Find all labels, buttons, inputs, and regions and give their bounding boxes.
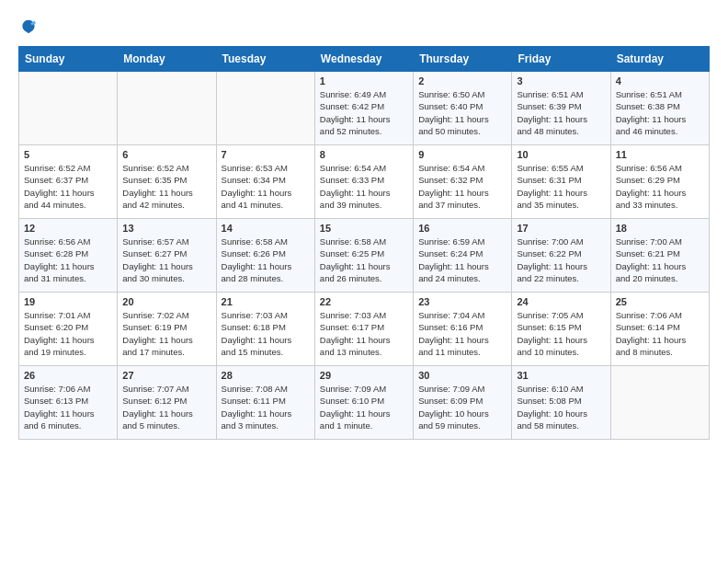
day-info: Sunrise: 7:06 AM Sunset: 6:14 PM Dayligh… xyxy=(616,309,704,358)
calendar-cell: 1Sunrise: 6:49 AM Sunset: 6:42 PM Daylig… xyxy=(314,72,413,145)
day-info: Sunrise: 6:58 AM Sunset: 6:26 PM Dayligh… xyxy=(222,236,310,284)
day-info: Sunrise: 6:55 AM Sunset: 6:31 PM Dayligh… xyxy=(517,162,605,211)
calendar-table: SundayMondayTuesdayWednesdayThursdayFrid… xyxy=(18,46,710,440)
calendar-cell: 26Sunrise: 7:06 AM Sunset: 6:13 PM Dayli… xyxy=(19,366,118,440)
calendar-cell: 31Sunrise: 6:10 AM Sunset: 5:08 PM Dayli… xyxy=(512,366,610,440)
calendar-cell: 24Sunrise: 7:05 AM Sunset: 6:15 PM Dayli… xyxy=(512,293,610,366)
day-number: 17 xyxy=(517,223,605,234)
day-info: Sunrise: 6:10 AM Sunset: 5:08 PM Dayligh… xyxy=(517,383,605,431)
day-number: 8 xyxy=(320,149,408,160)
day-number: 23 xyxy=(418,296,506,307)
day-info: Sunrise: 7:00 AM Sunset: 6:22 PM Dayligh… xyxy=(517,236,605,284)
day-info: Sunrise: 6:56 AM Sunset: 6:28 PM Dayligh… xyxy=(24,236,112,284)
day-number: 26 xyxy=(24,370,112,381)
calendar-cell: 23Sunrise: 7:04 AM Sunset: 6:16 PM Dayli… xyxy=(414,293,512,366)
day-info: Sunrise: 6:52 AM Sunset: 6:37 PM Dayligh… xyxy=(24,162,112,211)
day-number: 16 xyxy=(418,223,506,234)
calendar-cell: 30Sunrise: 7:09 AM Sunset: 6:09 PM Dayli… xyxy=(414,366,512,440)
day-info: Sunrise: 7:09 AM Sunset: 6:10 PM Dayligh… xyxy=(320,383,408,431)
day-number: 18 xyxy=(616,223,704,234)
calendar-cell: 22Sunrise: 7:03 AM Sunset: 6:17 PM Dayli… xyxy=(314,293,413,366)
week-row-4: 19Sunrise: 7:01 AM Sunset: 6:20 PM Dayli… xyxy=(19,293,710,366)
week-row-2: 5Sunrise: 6:52 AM Sunset: 6:37 PM Daylig… xyxy=(19,145,710,219)
calendar-cell: 18Sunrise: 7:00 AM Sunset: 6:21 PM Dayli… xyxy=(610,219,709,293)
day-number: 12 xyxy=(24,223,112,234)
day-number: 10 xyxy=(517,149,605,160)
day-number: 24 xyxy=(517,296,605,307)
day-number: 5 xyxy=(24,149,112,160)
calendar-cell: 14Sunrise: 6:58 AM Sunset: 6:26 PM Dayli… xyxy=(216,219,314,293)
day-number: 3 xyxy=(517,75,605,86)
calendar-cell: 29Sunrise: 7:09 AM Sunset: 6:10 PM Dayli… xyxy=(314,366,413,440)
day-number: 21 xyxy=(222,296,310,307)
calendar-header: SundayMondayTuesdayWednesdayThursdayFrid… xyxy=(19,47,710,72)
calendar-cell: 4Sunrise: 6:51 AM Sunset: 6:38 PM Daylig… xyxy=(610,72,709,145)
day-info: Sunrise: 6:53 AM Sunset: 6:34 PM Dayligh… xyxy=(222,162,310,211)
day-number: 25 xyxy=(616,296,704,307)
header xyxy=(18,17,710,37)
calendar-cell: 25Sunrise: 7:06 AM Sunset: 6:14 PM Dayli… xyxy=(610,293,709,366)
day-number: 2 xyxy=(418,75,506,86)
day-number: 30 xyxy=(418,370,506,381)
day-info: Sunrise: 7:03 AM Sunset: 6:17 PM Dayligh… xyxy=(320,309,408,358)
calendar-cell: 10Sunrise: 6:55 AM Sunset: 6:31 PM Dayli… xyxy=(512,145,610,219)
day-number: 27 xyxy=(122,370,210,381)
day-info: Sunrise: 6:56 AM Sunset: 6:29 PM Dayligh… xyxy=(616,162,704,211)
day-info: Sunrise: 6:58 AM Sunset: 6:25 PM Dayligh… xyxy=(320,236,408,284)
day-number: 31 xyxy=(517,370,605,381)
weekday-row: SundayMondayTuesdayWednesdayThursdayFrid… xyxy=(19,47,710,72)
calendar-cell xyxy=(610,366,709,440)
calendar-cell: 15Sunrise: 6:58 AM Sunset: 6:25 PM Dayli… xyxy=(314,219,413,293)
day-info: Sunrise: 6:52 AM Sunset: 6:35 PM Dayligh… xyxy=(122,162,210,211)
calendar-cell: 8Sunrise: 6:54 AM Sunset: 6:33 PM Daylig… xyxy=(314,145,413,219)
weekday-header-monday: Monday xyxy=(118,47,216,72)
day-number: 29 xyxy=(320,370,408,381)
weekday-header-saturday: Saturday xyxy=(610,47,709,72)
day-info: Sunrise: 7:06 AM Sunset: 6:13 PM Dayligh… xyxy=(24,383,112,431)
day-info: Sunrise: 7:02 AM Sunset: 6:19 PM Dayligh… xyxy=(122,309,210,358)
calendar-cell xyxy=(19,72,118,145)
day-number: 15 xyxy=(320,223,408,234)
calendar-cell: 9Sunrise: 6:54 AM Sunset: 6:32 PM Daylig… xyxy=(414,145,512,219)
calendar-cell: 16Sunrise: 6:59 AM Sunset: 6:24 PM Dayli… xyxy=(414,219,512,293)
calendar-cell: 27Sunrise: 7:07 AM Sunset: 6:12 PM Dayli… xyxy=(118,366,216,440)
day-number: 4 xyxy=(616,75,704,86)
day-number: 28 xyxy=(222,370,310,381)
day-number: 19 xyxy=(24,296,112,307)
day-number: 14 xyxy=(222,223,310,234)
calendar-cell: 6Sunrise: 6:52 AM Sunset: 6:35 PM Daylig… xyxy=(118,145,216,219)
day-number: 7 xyxy=(222,149,310,160)
calendar-cell: 21Sunrise: 7:03 AM Sunset: 6:18 PM Dayli… xyxy=(216,293,314,366)
day-info: Sunrise: 6:51 AM Sunset: 6:38 PM Dayligh… xyxy=(616,88,704,137)
day-number: 9 xyxy=(418,149,506,160)
calendar-cell: 5Sunrise: 6:52 AM Sunset: 6:37 PM Daylig… xyxy=(19,145,118,219)
calendar-cell xyxy=(118,72,216,145)
logo xyxy=(18,17,40,37)
day-info: Sunrise: 7:05 AM Sunset: 6:15 PM Dayligh… xyxy=(517,309,605,358)
week-row-5: 26Sunrise: 7:06 AM Sunset: 6:13 PM Dayli… xyxy=(19,366,710,440)
day-number: 6 xyxy=(122,149,210,160)
calendar-cell: 11Sunrise: 6:56 AM Sunset: 6:29 PM Dayli… xyxy=(610,145,709,219)
day-info: Sunrise: 7:07 AM Sunset: 6:12 PM Dayligh… xyxy=(122,383,210,431)
day-info: Sunrise: 6:51 AM Sunset: 6:39 PM Dayligh… xyxy=(517,88,605,137)
calendar-cell: 3Sunrise: 6:51 AM Sunset: 6:39 PM Daylig… xyxy=(512,72,610,145)
day-info: Sunrise: 7:08 AM Sunset: 6:11 PM Dayligh… xyxy=(222,383,310,431)
day-info: Sunrise: 6:54 AM Sunset: 6:33 PM Dayligh… xyxy=(320,162,408,211)
calendar-cell: 17Sunrise: 7:00 AM Sunset: 6:22 PM Dayli… xyxy=(512,219,610,293)
day-info: Sunrise: 6:57 AM Sunset: 6:27 PM Dayligh… xyxy=(122,236,210,284)
day-info: Sunrise: 7:09 AM Sunset: 6:09 PM Dayligh… xyxy=(418,383,506,431)
day-info: Sunrise: 7:00 AM Sunset: 6:21 PM Dayligh… xyxy=(616,236,704,284)
logo-icon xyxy=(18,17,39,37)
day-number: 20 xyxy=(122,296,210,307)
day-info: Sunrise: 6:49 AM Sunset: 6:42 PM Dayligh… xyxy=(320,88,408,137)
page: SundayMondayTuesdayWednesdayThursdayFrid… xyxy=(0,0,728,449)
calendar-cell: 12Sunrise: 6:56 AM Sunset: 6:28 PM Dayli… xyxy=(19,219,118,293)
calendar-cell: 28Sunrise: 7:08 AM Sunset: 6:11 PM Dayli… xyxy=(216,366,314,440)
calendar-cell: 19Sunrise: 7:01 AM Sunset: 6:20 PM Dayli… xyxy=(19,293,118,366)
day-number: 11 xyxy=(616,149,704,160)
calendar-cell: 2Sunrise: 6:50 AM Sunset: 6:40 PM Daylig… xyxy=(414,72,512,145)
weekday-header-sunday: Sunday xyxy=(19,47,118,72)
day-info: Sunrise: 7:03 AM Sunset: 6:18 PM Dayligh… xyxy=(222,309,310,358)
weekday-header-tuesday: Tuesday xyxy=(216,47,314,72)
day-number: 1 xyxy=(320,75,408,86)
